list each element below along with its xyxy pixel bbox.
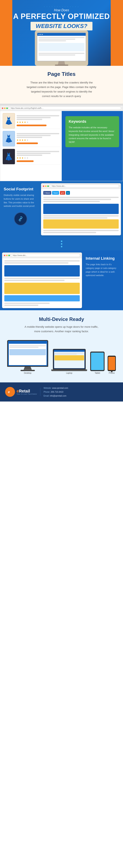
internal-heading: Internal Linking (86, 256, 119, 261)
footer-contact: Website: www.qeretail.com Phone: 206-715… (43, 386, 68, 398)
dsl-2 (9, 347, 39, 348)
product-image-1: 👗 (3, 114, 15, 128)
social-browser-content: f Share Tweet g+1 in (41, 189, 121, 235)
footer: e eRetail Your E-com Facilitator Website… (0, 382, 123, 402)
social-text-area: Social Footprint Distinctly visible soci… (0, 181, 41, 238)
product-price-3 (16, 160, 34, 162)
il-max (8, 255, 10, 256)
social-browser: https://www.abc... f Share Tweet g+1 in (41, 183, 121, 236)
star-2d: ★ (24, 139, 26, 142)
browser-window-controls (2, 107, 8, 109)
monitor-base (55, 65, 68, 66)
monitor-dot-2 (40, 34, 41, 35)
internal-browser-controls (4, 255, 10, 256)
social-browser-area: https://www.abc... f Share Tweet g+1 in (41, 181, 123, 238)
product-desc-lines-3 (16, 151, 59, 156)
scl-6 (43, 230, 119, 231)
product-line-3c (16, 155, 42, 156)
linkedin-share-btn[interactable]: in (66, 191, 70, 195)
footer-logo: e eRetail Your E-com Facilitator (5, 387, 37, 397)
social-img-block-yellow (43, 219, 119, 228)
star-2c: ★ (22, 139, 24, 142)
lsl-1 (54, 353, 84, 353)
product-stars-2: ★ ★ ★ ★ ★ (16, 139, 59, 142)
multidevice-heading: Multi-Device Ready (6, 316, 117, 322)
monitor-content-line-5 (39, 55, 75, 56)
footer-website-label: Website: (43, 387, 52, 389)
product-image-3: 👗 (3, 149, 15, 164)
product-line-2a (16, 133, 59, 134)
dsl-img (9, 349, 46, 355)
hero-content: · · · · · · · · · · · · · · How Does A P… (4, 5, 119, 30)
product-info-1: ★ ★ ★ ★ ★ (16, 115, 59, 126)
hero-title-line2: WEBSITE LOOKS? (31, 22, 92, 30)
desktop-screen-header (9, 342, 46, 344)
phone-device: Phone (108, 356, 116, 374)
internal-browser-area: https://www.abc... (0, 250, 82, 310)
star-1b: ★ (19, 121, 21, 124)
browser-url-bar[interactable]: https://www.abc.com/xyz/fsghoh-ewfh-... (9, 106, 121, 110)
star-3e: ★ (27, 157, 29, 159)
lsl-img (54, 355, 84, 361)
social-img-block-blue (43, 204, 119, 214)
il-line-3 (4, 278, 80, 279)
social-content-lines (43, 197, 119, 233)
footer-phone-row: Phone: 206-715-6410 (43, 390, 68, 394)
social-heading: Social Footprint (4, 187, 37, 191)
facebook-share-btn[interactable]: f Share (43, 191, 51, 195)
phone-body (108, 356, 116, 371)
share-buttons-row: f Share Tweet g+1 in (43, 191, 119, 195)
tablet-body (90, 351, 105, 371)
desktop-screen-inner (9, 342, 46, 365)
social-browser-bar: https://www.abc... (41, 183, 121, 189)
social-footprint-section: Social Footprint Distinctly visible soci… (0, 181, 123, 238)
product-price-1 (16, 125, 46, 126)
page-titles-section: Page Titles These are the titles that he… (0, 66, 123, 104)
twitter-share-btn[interactable]: Tweet (52, 191, 59, 195)
il-line-5 (4, 303, 50, 304)
phone-screen (108, 357, 115, 370)
internal-text-area: Internal Linking The page links back to … (82, 250, 123, 310)
il-block-blue-1 (4, 265, 80, 277)
laptop-base (51, 369, 87, 371)
laptop-screen-inner (54, 350, 84, 368)
monitor-content-line-2 (39, 39, 75, 40)
scl-2 (43, 199, 111, 200)
page-root: · · · · · · · · · · · · · · How Does A P… (0, 0, 123, 402)
product-desc-lines-1 (16, 115, 59, 120)
monitor-dot-1 (39, 34, 40, 35)
footer-website-row: Website: www.qeretail.com (43, 386, 68, 390)
social-icon-container (4, 212, 37, 225)
social-url-bar[interactable]: https://www.abc... (50, 184, 119, 188)
product-line-1c (16, 119, 42, 120)
il-line-2 (4, 262, 69, 264)
logo-icon: e (7, 389, 13, 395)
multidevice-description: A mobile-friendly website opens up huge … (23, 324, 100, 334)
footer-email-row: Email: info@qeretail.com (43, 394, 68, 398)
multi-device-section: Multi-Device Ready A mobile-friendly web… (0, 310, 123, 382)
desktop-base (20, 370, 35, 371)
il-block-blue-2 (4, 295, 80, 301)
product-item-2: 👗 ★ ★ ★ (2, 130, 60, 147)
il-line-4 (4, 280, 65, 281)
laptop-screen (53, 349, 86, 369)
internal-browser-bar: https://www.abc... (2, 253, 82, 258)
desktop-device: Desktop (7, 340, 48, 374)
scl-5 (43, 217, 108, 219)
hero-dots: · · · · · · · · · · · · · · (4, 5, 119, 8)
monitor-display (37, 32, 86, 61)
s-close (43, 185, 44, 187)
sep-dot-1 (61, 241, 62, 242)
internal-description: The page links back to it's category pag… (86, 263, 119, 277)
il-line-6 (4, 305, 38, 306)
monitor-toolbar (37, 33, 86, 36)
googleplus-share-btn[interactable]: g+1 (60, 191, 65, 195)
sep-dot-3 (61, 246, 62, 247)
logo-tagline: Your E-com Facilitator (16, 393, 37, 395)
monitor-content-line-4 (39, 53, 84, 54)
internal-url-bar[interactable]: https://www.abc... (11, 254, 80, 257)
keywords-box: Keywords The website includes all the ne… (66, 116, 119, 147)
star-1d: ★ (24, 121, 26, 124)
tablet-device: Tablet (90, 351, 105, 374)
star-1a: ★ (16, 121, 19, 124)
